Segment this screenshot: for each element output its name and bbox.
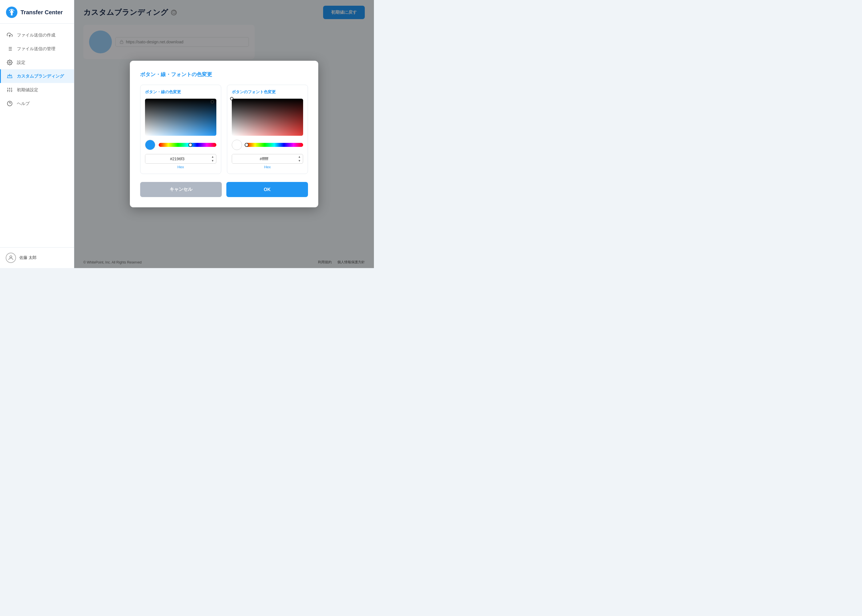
sidebar-item-create-label: ファイル送信の作成 xyxy=(17,33,55,38)
sliders-icon xyxy=(6,87,13,93)
right-hex-row: ▲ ▼ Hex xyxy=(232,154,303,169)
right-gradient-handle[interactable] xyxy=(230,97,233,101)
left-gradient-picker[interactable] xyxy=(145,99,216,136)
right-hex-arrows: ▲ ▼ xyxy=(296,154,303,163)
sidebar-item-manage[interactable]: ファイル送信の管理 xyxy=(0,42,74,56)
left-hex-input[interactable] xyxy=(145,154,209,163)
sidebar-item-help-label: ヘルプ xyxy=(17,101,30,106)
sidebar-user: 佐藤 太郎 xyxy=(0,247,74,268)
user-avatar-icon xyxy=(6,253,16,263)
right-hex-input-wrap: ▲ ▼ xyxy=(232,154,303,164)
panel-right-title: ボタンのフォント色変更 xyxy=(232,90,303,95)
left-gradient-inner[interactable] xyxy=(145,99,216,136)
right-gradient-inner[interactable] xyxy=(232,99,303,136)
right-hex-up[interactable]: ▲ xyxy=(297,155,302,159)
color-panels: ボタン・線の色変更 xyxy=(140,85,308,174)
sidebar-item-help[interactable]: ヘルプ xyxy=(0,97,74,110)
sidebar-nav: ファイル送信の作成 ファイル送信の管理 xyxy=(0,24,74,247)
right-hue-handle[interactable] xyxy=(244,143,249,147)
right-hex-down[interactable]: ▼ xyxy=(297,159,302,163)
upload-icon xyxy=(6,32,13,38)
button-line-color-panel: ボタン・線の色変更 xyxy=(140,85,221,174)
left-hue-handle[interactable] xyxy=(188,143,192,147)
cancel-button[interactable]: キャンセル xyxy=(140,182,222,197)
dialog-title: ボタン・線・フォントの色変更 xyxy=(140,71,308,78)
left-gradient-handle[interactable] xyxy=(211,100,214,104)
app-title: Transfer Center xyxy=(20,9,63,16)
sidebar-logo: Transfer Center xyxy=(0,0,74,24)
left-hue-row xyxy=(145,140,216,150)
sidebar-item-defaults[interactable]: 初期値設定 xyxy=(0,83,74,97)
right-hex-label[interactable]: Hex xyxy=(264,165,271,169)
ok-button[interactable]: OK xyxy=(226,182,308,197)
user-name-label: 佐藤 太郎 xyxy=(19,255,36,260)
color-change-dialog: ボタン・線・フォントの色変更 ボタン・線の色変更 xyxy=(130,61,318,207)
sidebar-item-branding[interactable]: カスタムブランディング xyxy=(0,69,74,83)
left-hex-down[interactable]: ▼ xyxy=(210,159,215,163)
logo-icon xyxy=(6,6,18,18)
sidebar-item-settings[interactable]: 設定 xyxy=(0,56,74,69)
sidebar: Transfer Center ファイル送信の作成 xyxy=(0,0,74,268)
sidebar-item-defaults-label: 初期値設定 xyxy=(17,87,38,93)
left-hex-arrows: ▲ ▼ xyxy=(209,154,216,163)
sidebar-item-settings-label: 設定 xyxy=(17,60,25,65)
svg-point-20 xyxy=(10,256,12,258)
svg-point-8 xyxy=(9,62,11,63)
right-hex-input[interactable] xyxy=(232,154,296,163)
help-icon xyxy=(6,101,13,107)
left-color-preview xyxy=(145,140,155,150)
dialog-buttons: キャンセル OK xyxy=(140,182,308,197)
right-color-preview xyxy=(232,140,242,150)
crown-icon xyxy=(6,73,13,79)
settings-icon xyxy=(6,59,13,66)
sidebar-item-branding-label: カスタムブランディング xyxy=(17,74,64,79)
sidebar-item-manage-label: ファイル送信の管理 xyxy=(17,46,55,52)
button-font-color-panel: ボタンのフォント色変更 xyxy=(227,85,308,174)
list-icon xyxy=(6,46,13,52)
left-hex-label[interactable]: Hex xyxy=(177,165,184,169)
left-hue-slider[interactable] xyxy=(159,143,216,147)
left-hex-row: ▲ ▼ Hex xyxy=(145,154,216,169)
right-hue-row xyxy=(232,140,303,150)
right-hue-slider[interactable] xyxy=(246,143,303,147)
panel-left-title: ボタン・線の色変更 xyxy=(145,90,216,95)
left-hex-up[interactable]: ▲ xyxy=(210,155,215,159)
left-hex-input-wrap: ▲ ▼ xyxy=(145,154,216,164)
right-gradient-picker[interactable] xyxy=(232,99,303,136)
sidebar-item-create[interactable]: ファイル送信の作成 xyxy=(0,28,74,42)
modal-overlay: ボタン・線・フォントの色変更 ボタン・線の色変更 xyxy=(74,0,374,268)
